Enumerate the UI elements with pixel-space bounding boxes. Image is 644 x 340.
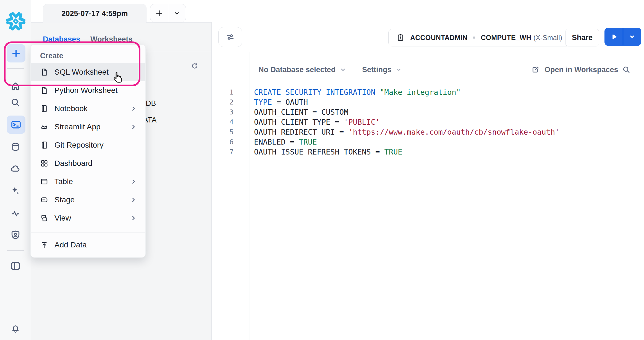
notebook-icon	[40, 104, 48, 113]
context-selector[interactable]: ACCOUNTADMIN COMPUTE_WH(X-Small)	[388, 29, 570, 46]
warehouse-size: (X-Small)	[533, 34, 562, 41]
line-number: 4	[211, 117, 234, 127]
chevron-down-icon	[628, 33, 636, 41]
menu-item-sql-worksheet[interactable]: SQL Worksheet	[31, 63, 145, 81]
menu-item-label: View	[54, 214, 71, 223]
marketplace-cloud-icon[interactable]	[8, 161, 23, 176]
menu-item-label: Dashboard	[54, 159, 92, 168]
code-line-6[interactable]: 6ENABLED = TRUE	[211, 137, 644, 147]
file-icon	[40, 68, 48, 76]
admin-shield-icon[interactable]	[8, 228, 23, 242]
chevron-right-icon	[130, 123, 137, 130]
settings-label: Settings	[362, 66, 392, 74]
menu-item-notebook[interactable]: Notebook	[31, 100, 145, 118]
worksheet-tab-title: 2025-07-17 4:59pm	[61, 9, 128, 18]
code-line-5[interactable]: 5OAUTH_REDIRECT_URI = 'https://www.make.…	[211, 127, 644, 137]
menu-item-label: Table	[54, 177, 73, 186]
line-number: 6	[211, 137, 234, 147]
worksheet-search-icon[interactable]	[619, 62, 633, 77]
role-name: ACCOUNTADMIN	[410, 34, 467, 42]
menu-item-git-repository[interactable]: Git Repository	[31, 136, 145, 154]
table-icon	[40, 177, 48, 186]
search-icon[interactable]	[8, 95, 23, 110]
snowsight-window: 2025-07-17 4:59pm Databases Worksheets D…	[0, 0, 644, 340]
view-icon	[40, 214, 48, 222]
share-button[interactable]: Share	[565, 29, 599, 46]
context-separator-dot	[473, 36, 475, 39]
line-number: 1	[211, 87, 234, 97]
create-menu-header: Create	[31, 49, 145, 63]
tab-list-chevron-button[interactable]	[168, 4, 186, 22]
menu-item-label: Stage	[54, 195, 75, 204]
run-options-chevron-button[interactable]	[623, 28, 642, 46]
run-split-button	[604, 28, 641, 46]
external-link-icon	[531, 66, 540, 74]
line-number: 7	[211, 147, 234, 157]
code-line-4[interactable]: 4OAUTH_CLIENT_TYPE = 'PUBLIC'	[211, 117, 644, 127]
home-icon[interactable]	[8, 79, 23, 93]
code-line-1[interactable]: 1CREATE SECURITY INTEGRATION "Make integ…	[211, 87, 644, 97]
create-plus-button[interactable]	[7, 44, 25, 62]
refresh-icon[interactable]	[189, 61, 200, 72]
settings-dropdown[interactable]: Settings	[362, 64, 402, 76]
code-text: ENABLED = TRUE	[234, 137, 317, 147]
code-line-3[interactable]: 3OAUTH_CLIENT = CUSTOM	[211, 107, 644, 117]
menu-item-label: Add Data	[54, 240, 87, 249]
menu-item-label: Notebook	[54, 104, 88, 113]
line-number: 3	[211, 107, 234, 117]
code-text: OAUTH_REDIRECT_URI = 'https://www.make.c…	[234, 127, 559, 137]
code-text: TYPE = OAUTH	[234, 97, 308, 107]
rail-divider-top	[7, 68, 24, 69]
menu-item-dashboard[interactable]: Dashboard	[31, 154, 145, 172]
database-list-item-partial[interactable]: DB	[146, 99, 156, 108]
git-repository-icon	[40, 141, 48, 149]
ai-sparkles-icon[interactable]	[8, 184, 23, 198]
run-play-button[interactable]	[604, 28, 623, 46]
role-badge-icon	[396, 33, 405, 42]
menu-item-label: SQL Worksheet	[54, 68, 109, 77]
dashboard-icon	[40, 159, 48, 168]
code-text: CREATE SECURITY INTEGRATION "Make integr…	[234, 87, 461, 97]
stage-icon	[40, 196, 48, 204]
tab-worksheets[interactable]: Worksheets	[90, 35, 133, 44]
database-selector-label: No Database selected	[258, 66, 336, 74]
filters-sliders-button[interactable]	[218, 27, 242, 47]
chevron-right-icon	[130, 178, 137, 185]
line-number: 2	[211, 97, 234, 107]
panel-editor-divider	[211, 22, 212, 340]
menu-item-add-data[interactable]: Add Data	[31, 236, 145, 254]
upload-icon	[40, 241, 48, 249]
worksheet-tab[interactable]: 2025-07-17 4:59pm	[43, 4, 146, 23]
file-icon	[40, 86, 48, 95]
code-line-2[interactable]: 2TYPE = OAUTH	[211, 97, 644, 107]
chevron-right-icon	[130, 105, 137, 112]
code-text: OAUTH_ISSUE_REFRESH_TOKENS = TRUE	[234, 147, 402, 157]
notifications-bell-icon[interactable]	[8, 322, 23, 336]
warehouse-name: COMPUTE_WH	[481, 34, 531, 41]
code-text: OAUTH_CLIENT_TYPE = 'PUBLIC'	[234, 117, 380, 127]
menu-item-table[interactable]: Table	[31, 172, 145, 191]
activity-icon[interactable]	[8, 206, 23, 221]
collapse-panel-icon[interactable]	[8, 259, 23, 273]
database-selector[interactable]: No Database selected	[258, 64, 347, 76]
menu-item-label: Streamlit App	[54, 122, 101, 131]
chevron-right-icon	[130, 196, 137, 203]
projects-worksheets-icon[interactable]	[7, 116, 25, 134]
streamlit-icon	[40, 123, 48, 131]
snowflake-logo-icon[interactable]	[5, 11, 27, 32]
chevron-down-icon	[396, 66, 402, 73]
menu-item-streamlit-app[interactable]: Streamlit App	[31, 118, 145, 136]
menu-item-python-worksheet[interactable]: Python Worksheet	[31, 81, 145, 100]
menu-item-view[interactable]: View	[31, 209, 145, 227]
open-in-workspaces-link[interactable]: Open in Workspaces	[531, 64, 618, 76]
code-line-7[interactable]: 7OAUTH_ISSUE_REFRESH_TOKENS = TRUE	[211, 147, 644, 157]
sql-editor[interactable]: 1CREATE SECURITY INTEGRATION "Make integ…	[211, 87, 644, 157]
open-in-workspaces-label: Open in Workspaces	[544, 66, 618, 74]
chevron-down-icon	[339, 66, 347, 73]
data-databases-icon[interactable]	[8, 140, 23, 154]
menu-item-stage[interactable]: Stage	[31, 191, 145, 209]
tab-databases[interactable]: Databases	[43, 35, 80, 44]
menu-item-label: Python Worksheet	[54, 86, 117, 95]
new-worksheet-plus-button[interactable]	[150, 4, 168, 22]
code-text: OAUTH_CLIENT = CUSTOM	[234, 107, 348, 117]
